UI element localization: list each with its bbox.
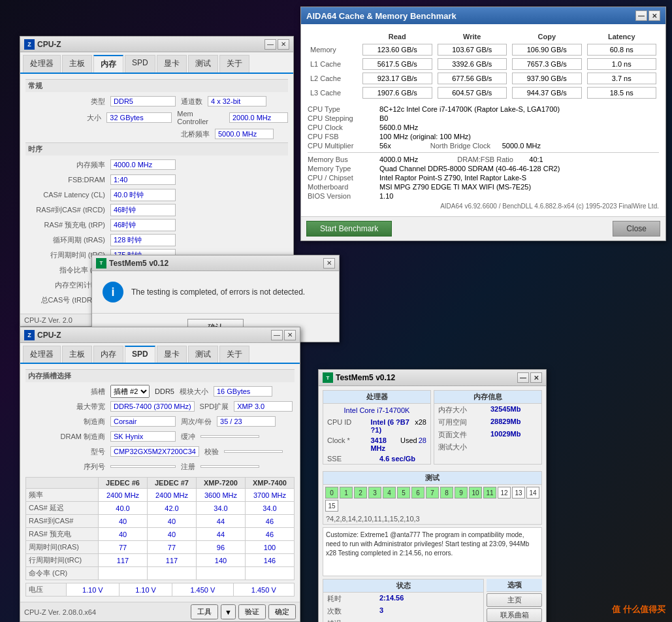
tab-b-spd[interactable]: SPD bbox=[125, 346, 155, 363]
timing-row: RAS#到CAS#40404446 bbox=[26, 515, 295, 528]
voltage-table: 电压 1.10 V 1.10 V 1.450 V 1.450 V bbox=[25, 583, 295, 597]
tm-used-value: 28 bbox=[419, 436, 426, 452]
tm-max-mem-row: 内存大小 32545Mb bbox=[434, 404, 541, 416]
tm-proc-title: 处理器 bbox=[323, 391, 430, 404]
timing-col-header: JEDEC #7 bbox=[148, 478, 197, 489]
week-year-value: 35 / 23 bbox=[217, 416, 276, 427]
tm-close-btn[interactable]: ✕ bbox=[530, 372, 542, 383]
col-write: Write bbox=[435, 31, 510, 42]
dialog-close-btn[interactable]: ✕ bbox=[323, 258, 335, 269]
slot-section-header: 内存插槽选择 bbox=[25, 369, 295, 382]
tm-max-mem-value: 32545Mb bbox=[490, 405, 520, 415]
aida-row-latency: 60.8 ns bbox=[584, 42, 660, 57]
cpu-multiplier-row: CPU Multiplier 56x North Bridge Clock 50… bbox=[308, 142, 659, 150]
tm-minimize-btn[interactable]: — bbox=[517, 372, 529, 383]
aida64-window: AIDA64 Cache & Memory Benchmark — ✕ Read… bbox=[300, 7, 666, 241]
week-year-label: 周次/年份 bbox=[176, 417, 217, 427]
aida-row-label: Memory bbox=[308, 42, 360, 57]
aida-row-copy: 106.90 GB/s bbox=[509, 42, 584, 57]
tab-processor[interactable]: 处理器 bbox=[23, 55, 61, 73]
start-benchmark-btn[interactable]: Start Benchmark bbox=[306, 221, 392, 237]
timing-table-section: JEDEC #6JEDEC #7XMP-7200XMP-7400频率2400 M… bbox=[25, 477, 295, 580]
type-value: DDR5 bbox=[110, 96, 176, 106]
tab-b-memory[interactable]: 内存 bbox=[93, 346, 123, 363]
cpuz-bottom-icon: Z bbox=[24, 330, 35, 340]
bios-value: 1.10 bbox=[379, 192, 393, 200]
tm-curve-btn[interactable]: 联系曲箱 bbox=[487, 608, 542, 622]
cpuz-bottom-minimize[interactable]: — bbox=[271, 330, 283, 340]
tab-spd[interactable]: SPD bbox=[125, 55, 155, 73]
aida-row-read: 1907.6 GB/s bbox=[360, 86, 435, 100]
tab-about[interactable]: 关于 bbox=[219, 55, 249, 73]
cpuz-bottom-version: CPU-Z Ver. 2.08.0.x64 bbox=[24, 608, 96, 616]
tools-dropdown[interactable]: ▼ bbox=[221, 604, 236, 619]
spd-ext-label: SPD扩展 bbox=[195, 402, 234, 412]
tab-b-about[interactable]: 关于 bbox=[219, 346, 249, 363]
tab-b-bench[interactable]: 测试 bbox=[188, 346, 218, 363]
tab-bench[interactable]: 测试 bbox=[188, 55, 218, 73]
validate-btn[interactable]: 验证 bbox=[238, 604, 266, 619]
tm-avail-mem-row: 可用空间 28829Mb bbox=[434, 416, 541, 429]
tm-options-section: 选项 主页 联系曲箱 加载配置 退出 bbox=[487, 579, 542, 622]
tm-bottom-section: Customize: Extreme1 @anta777 The program… bbox=[323, 527, 542, 622]
cpuz-bottom-ok-btn[interactable]: 确定 bbox=[268, 604, 296, 619]
tab-b-processor[interactable]: 处理器 bbox=[23, 346, 61, 363]
tab-b-graphics[interactable]: 显卡 bbox=[157, 346, 187, 363]
aida64-titlebar: AIDA64 Cache & Memory Benchmark — ✕ bbox=[301, 7, 665, 24]
test-box-4: 4 bbox=[383, 487, 396, 499]
tm-cpu-id-label: CPU ID bbox=[327, 418, 371, 434]
testmem-dialog-title: T TestMem5 v0.12 bbox=[96, 258, 168, 269]
tm-home-btn[interactable]: 主页 bbox=[487, 593, 542, 607]
cpu-stepping-label: CPU Stepping bbox=[308, 114, 379, 122]
cas-label: CAS# Latency (CL) bbox=[25, 191, 110, 199]
tm-sse-value: 4.6 sec/Gb bbox=[379, 455, 415, 463]
mfr-row: 制造商 Corsair 周次/年份 35 / 23 bbox=[25, 415, 295, 428]
slot-select[interactable]: 插槽 #2 bbox=[110, 385, 150, 398]
tm-test-sequence: ?4,2,8,14,2,10,11,1,15,2,10,3 bbox=[323, 514, 541, 524]
tm-elapsed-row: 耗时 2:14.56 bbox=[323, 593, 483, 605]
tm-elapsed-label: 耗时 bbox=[327, 594, 379, 604]
aida-row-read: 923.17 GB/s bbox=[360, 71, 435, 86]
cpu-chipset-label: CPU / Chipset bbox=[308, 174, 379, 182]
trcd-row: RAS#到CAS# (tRCD) 46时钟 bbox=[25, 203, 288, 216]
test-box-1: 1 bbox=[340, 487, 353, 499]
cpuz-bottom-close[interactable]: ✕ bbox=[284, 330, 296, 340]
test-box-12: 12 bbox=[498, 487, 511, 499]
tm-pagefile-value: 10029Mb bbox=[490, 430, 520, 440]
dram-fsb-value: 40:1 bbox=[529, 156, 543, 163]
slot-row: 插槽 插槽 #2 DDR5 模块大小 16 GBytes bbox=[25, 385, 295, 398]
fsb-label: FSB:DRAM bbox=[25, 176, 110, 184]
north-bridge-clock-label: North Bridge Clock bbox=[430, 142, 502, 150]
size-value: 32 GBytes bbox=[106, 112, 172, 123]
aida64-buttons: Start Benchmark Close bbox=[301, 216, 665, 240]
aida-row-copy: 937.90 GB/s bbox=[509, 71, 584, 86]
cpuz-top-minimize[interactable]: — bbox=[264, 39, 276, 50]
dram-mfr-value: SK Hynix bbox=[110, 431, 176, 442]
mem-freq-value: 4000.0 MHz bbox=[110, 159, 176, 170]
tm-avail-value: 28829Mb bbox=[490, 417, 520, 427]
aida-row-latency: 18.5 ns bbox=[584, 86, 660, 100]
mem-freq-label: 内存频率 bbox=[25, 160, 110, 170]
north-freq-row: . 北桥频率 5000.0 MHz bbox=[25, 127, 288, 140]
cpuz-top-close[interactable]: ✕ bbox=[278, 39, 289, 50]
model-row: 型号 CMP32GX5M2X7200C34 校验 bbox=[25, 445, 295, 458]
tm-main-content: 处理器 Intel Core i7-14700K CPU ID Intel (6… bbox=[319, 386, 546, 622]
tab-graphics[interactable]: 显卡 bbox=[157, 55, 187, 73]
tab-memory[interactable]: 内存 bbox=[93, 55, 123, 73]
test-box-0: 0 bbox=[325, 487, 338, 499]
model-label: 型号 bbox=[25, 447, 110, 457]
aida64-close-btn[interactable]: ✕ bbox=[648, 10, 660, 21]
cpu-multiplier-value: 56x bbox=[379, 142, 391, 150]
test-box-5: 5 bbox=[397, 487, 410, 499]
tm-max-mem-label: 内存大小 bbox=[438, 405, 490, 415]
tab-b-mainboard[interactable]: 主板 bbox=[62, 346, 92, 363]
tools-btn[interactable]: 工具 bbox=[191, 604, 218, 619]
memory-type-label: Memory Type bbox=[308, 165, 379, 172]
aida64-close-button[interactable]: Close bbox=[613, 221, 660, 237]
tm-cpu-multiplier: x28 bbox=[415, 418, 426, 434]
tm-used-label: Used bbox=[400, 436, 417, 452]
ddr5-type: DDR5 bbox=[155, 387, 174, 395]
tab-mainboard[interactable]: 主板 bbox=[62, 55, 92, 73]
aida64-minimize-btn[interactable]: — bbox=[635, 10, 647, 21]
cpu-stepping-row: CPU Stepping B0 bbox=[308, 114, 659, 122]
